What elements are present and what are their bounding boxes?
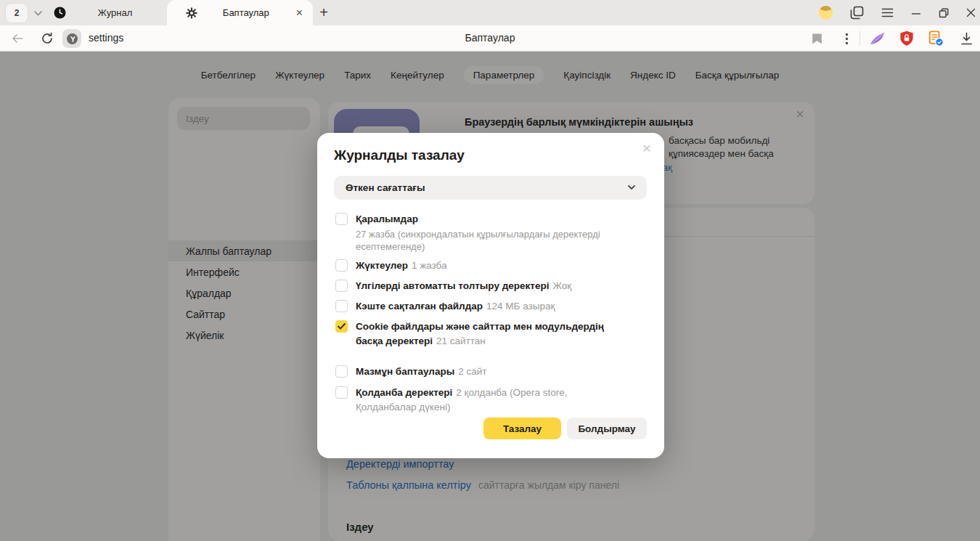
- more-icon[interactable]: [838, 30, 854, 46]
- checkbox[interactable]: [335, 320, 348, 333]
- tab-history[interactable]: Журнал: [46, 0, 166, 25]
- item-label: Мазмұн баптаулары: [356, 366, 454, 377]
- period-select-value: Өткен сағаттағы: [346, 182, 425, 193]
- checkbox[interactable]: [335, 280, 348, 292]
- dialog-title: Журналды тазалау: [334, 147, 465, 163]
- tab-settings[interactable]: Баптаулар ×: [167, 0, 313, 25]
- restore-window-icon[interactable]: [939, 8, 949, 18]
- item-label: Жүктеулер: [356, 260, 408, 271]
- item-label: Қаралымдар: [356, 213, 418, 224]
- history-item-row[interactable]: Қаралымдар 27 жазба (синхрондалатын құры…: [335, 212, 630, 253]
- toolbar-divider: [859, 31, 860, 46]
- checkbox[interactable]: [335, 365, 348, 378]
- history-item-row[interactable]: Үлгілерді автоматты толтыру деректеріЖоқ: [335, 279, 630, 293]
- item-meta: 124 МБ азырақ: [486, 301, 555, 312]
- item-meta: 21 сайттан: [436, 335, 486, 346]
- item-meta: 1 жазба: [412, 260, 447, 271]
- minimize-icon[interactable]: [911, 8, 921, 18]
- tab-strip: 2 Журнал Баптаулар ×: [0, 0, 980, 25]
- checkbox[interactable]: [335, 213, 348, 225]
- dialog-close-icon[interactable]: ×: [642, 140, 651, 155]
- clear-button[interactable]: Тазалау: [483, 418, 561, 439]
- history-item-row[interactable]: Мазмұн баптаулары2 сайт: [335, 365, 630, 379]
- bookmark-icon[interactable]: [809, 30, 825, 46]
- gear-icon: [186, 7, 197, 19]
- item-subtext: 27 жазба (синхрондалатын құрылғылардағы …: [356, 228, 630, 253]
- browser-window: 2 Журнал Баптаулар ×: [0, 0, 980, 541]
- address-bar: settings Баптаулар: [0, 25, 980, 52]
- check-icon: [338, 323, 346, 330]
- avatar[interactable]: [819, 6, 833, 20]
- history-item-row[interactable]: Cookie файлдары және сайттар мен модульд…: [335, 320, 630, 349]
- item-meta: 2 сайт: [458, 366, 486, 377]
- tab-counter-button[interactable]: 2: [6, 4, 28, 23]
- item-label: Үлгілерді автоматты толтыру деректері: [356, 280, 549, 291]
- menu-icon[interactable]: [881, 8, 894, 17]
- item-label: Қолданба деректері: [356, 387, 452, 398]
- checkbox[interactable]: [335, 300, 348, 312]
- download-icon[interactable]: [958, 30, 974, 46]
- checkbox[interactable]: [335, 386, 348, 399]
- cancel-button[interactable]: Болдырмау: [567, 418, 647, 439]
- chevron-down-icon: [34, 11, 42, 16]
- feather-extension-icon[interactable]: [869, 30, 885, 46]
- history-item-row[interactable]: Қолданба деректері2 қолданба (Opera stor…: [335, 386, 630, 415]
- chevron-down-icon: [628, 185, 635, 190]
- new-tab-button[interactable]: +: [314, 3, 333, 22]
- clock-icon: [54, 7, 66, 19]
- tab-list-chevron-button[interactable]: [29, 4, 46, 23]
- item-meta: Жоқ: [552, 280, 571, 291]
- item-label: Кэште сақталған файлдар: [356, 301, 483, 312]
- period-select[interactable]: Өткен сағаттағы: [334, 176, 647, 200]
- window-close-icon[interactable]: [966, 8, 976, 17]
- clear-history-dialog: Журналды тазалау × Өткен сағаттағы Қарал…: [317, 133, 664, 458]
- checkbox[interactable]: [335, 259, 348, 272]
- tab-history-label: Журнал: [72, 7, 158, 18]
- tab-settings-label: Баптаулар: [203, 7, 289, 18]
- shield-extension-icon[interactable]: [899, 30, 915, 46]
- docs-extension-icon[interactable]: [928, 30, 944, 46]
- history-item-row[interactable]: Кэште сақталған файлдар124 МБ азырақ: [335, 299, 630, 314]
- panels-icon[interactable]: [850, 6, 864, 20]
- page-title: Баптаулар: [0, 32, 980, 44]
- history-item-row[interactable]: Жүктеулер1 жазба: [335, 259, 630, 273]
- tab-close-icon[interactable]: ×: [295, 7, 304, 19]
